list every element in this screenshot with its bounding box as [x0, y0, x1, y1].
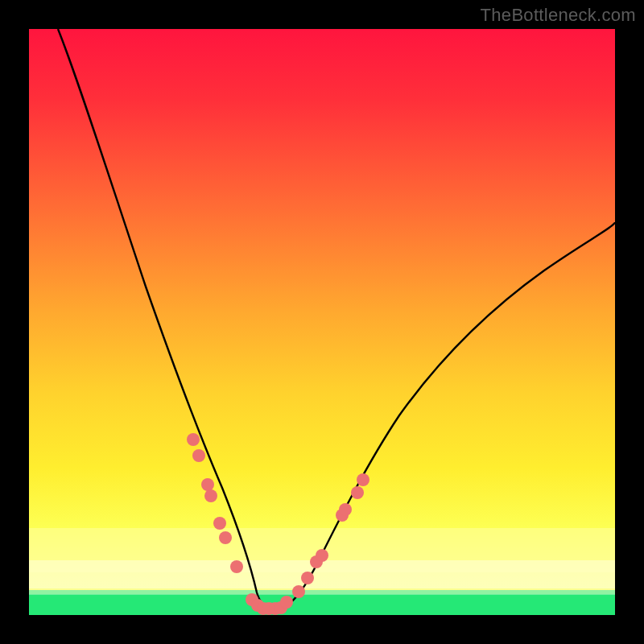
svg-point-22 — [316, 549, 328, 562]
svg-point-20 — [301, 572, 314, 584]
watermark-text: TheBottleneck.com — [481, 5, 636, 26]
svg-point-8 — [204, 489, 217, 502]
plot-area — [29, 29, 615, 615]
svg-point-24 — [339, 503, 352, 516]
svg-point-9 — [213, 517, 226, 530]
svg-point-19 — [292, 585, 305, 598]
svg-point-5 — [187, 433, 200, 446]
markers — [187, 433, 369, 615]
svg-point-10 — [219, 531, 232, 544]
svg-point-6 — [192, 449, 205, 462]
svg-point-25 — [351, 486, 364, 499]
svg-point-7 — [201, 478, 214, 491]
svg-point-26 — [357, 473, 369, 486]
bottleneck-curve — [58, 29, 615, 609]
chart-frame: TheBottleneck.com — [0, 0, 644, 644]
svg-point-18 — [280, 596, 293, 609]
curve-layer — [29, 29, 615, 615]
svg-point-11 — [230, 560, 243, 573]
